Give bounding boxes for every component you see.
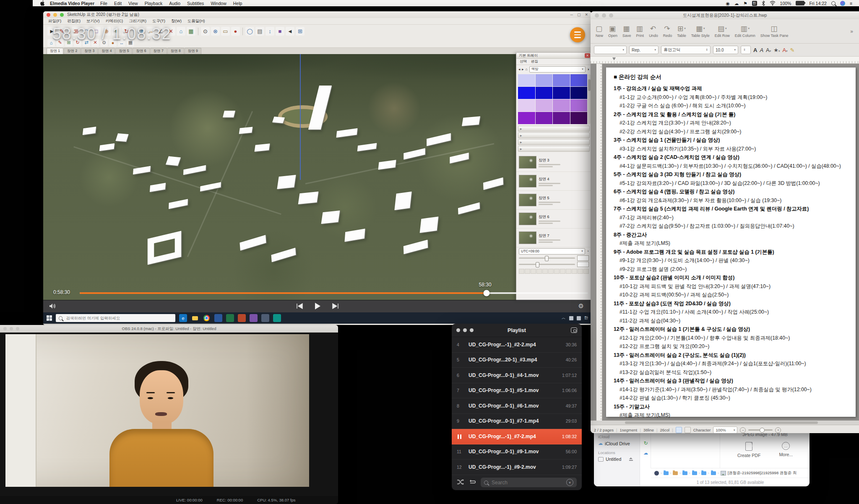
scene-list-item[interactable]: 장면 5: [516, 191, 591, 210]
repeat-icon[interactable]: [469, 479, 476, 486]
sketchup-tool-icon[interactable]: ▭: [221, 27, 230, 36]
scene-list-item[interactable]: 장면 3: [516, 153, 591, 172]
player-settings-icon[interactable]: ⚙: [578, 302, 584, 310]
seek-knob[interactable]: [483, 290, 489, 296]
tray-icon[interactable]: [569, 316, 573, 320]
playlist-row[interactable]: 11 UD_CG-Progr...0-1)_#9-1.mov 56:00: [452, 444, 582, 460]
app-icon-teal[interactable]: [273, 314, 281, 322]
hwp-toolbar-button[interactable]: ▢ New: [593, 21, 606, 42]
tray-section-bar[interactable]: ▸: [518, 139, 590, 145]
material-combo[interactable]: 색상▾: [529, 66, 586, 73]
sketchup-tool-icon[interactable]: ⊙: [201, 27, 210, 36]
color-swatch[interactable]: [570, 74, 588, 86]
tray-close-button[interactable]: ✕: [585, 53, 590, 58]
windows-search-input[interactable]: [65, 315, 172, 321]
app-menu-title[interactable]: Elmedia Video Player: [50, 1, 94, 6]
scene-tab[interactable]: 장면 6: [133, 48, 149, 54]
scene-tab[interactable]: 장면 5: [115, 48, 132, 54]
tray-tab[interactable]: 편집: [531, 59, 538, 64]
chevron-down-icon[interactable]: ▾: [566, 479, 573, 486]
create-pdf-button[interactable]: Create PDF: [737, 442, 760, 458]
overwrite-mode-icon[interactable]: [685, 427, 691, 433]
sketchup-menu-item[interactable]: 파일(F): [48, 18, 61, 24]
tray-tab[interactable]: 선택: [520, 59, 527, 64]
pip-icon[interactable]: [571, 327, 577, 333]
color-swatch[interactable]: [536, 99, 553, 112]
hwp-toolbar-button[interactable]: ⊞▾ Table: [674, 21, 689, 42]
scene-tab[interactable]: 장면 2: [64, 48, 81, 54]
app-icon-purple[interactable]: [250, 314, 258, 322]
zoom-in-button[interactable]: +: [775, 427, 781, 433]
folder-crumb-icon[interactable]: [692, 471, 697, 475]
eject-icon[interactable]: [629, 457, 633, 461]
hwp-toolbar-button[interactable]: ▥▾ Edit Column: [732, 21, 758, 42]
windows-window-buttons[interactable]: ─▢✕: [570, 13, 588, 17]
sketchup-tool-icon[interactable]: ◯: [245, 27, 254, 36]
bold-button[interactable]: A: [753, 47, 757, 53]
folder-crumb-icon[interactable]: [664, 471, 669, 475]
menu-item[interactable]: Help: [233, 1, 242, 6]
hwp-toolbar-button[interactable]: ▦ Save: [620, 21, 634, 42]
seek-bar[interactable]: 58:30: [80, 292, 588, 294]
sketchup-tool-icon[interactable]: ◄: [286, 27, 294, 36]
minimize-button[interactable]: [53, 13, 57, 17]
scene-list-item[interactable]: 장면 7: [516, 229, 591, 247]
sketchup-menu-item[interactable]: 보기(V): [86, 18, 100, 24]
sketchup-tool-icon[interactable]: ▤: [255, 27, 264, 36]
color-swatch[interactable]: [570, 87, 588, 99]
taskbar-ime[interactable]: 한: [584, 315, 588, 321]
scene-tab[interactable]: 장면 1: [47, 48, 63, 54]
selected-file-name[interactable]: [권형준-21925998]21925998 권형준 최: [728, 470, 797, 476]
playlist-row[interactable]: 12 UD_CG-Progr...-1)_#9-2.mov 1:09:27: [452, 460, 582, 475]
playlist-row[interactable]: 8 UD_CG-Progr...0-1)_#6-1.mov 49:37: [452, 398, 582, 414]
hwp-horizontal-scrollbar[interactable]: [591, 421, 859, 425]
scene-tab[interactable]: 장면 8: [167, 48, 184, 54]
highlight-button[interactable]: ✎: [790, 47, 795, 53]
apple-menu-icon[interactable]: [40, 1, 45, 6]
scene-list-item[interactable]: 장면 6: [516, 210, 591, 229]
zoom-button[interactable]: [60, 13, 64, 17]
font-color-button[interactable]: A▾: [782, 47, 787, 53]
sketchup-menu-item[interactable]: 도구(T): [152, 18, 165, 24]
playlist-row[interactable]: 10 UD_CG-Progr...-1)_#7-2.mp4 1:08:32: [452, 429, 582, 444]
hwp-toolbar-button[interactable]: ▦▾ Table Style: [689, 21, 712, 42]
menu-item[interactable]: Playback: [145, 1, 163, 6]
color-swatch[interactable]: [570, 112, 588, 124]
edge-icon[interactable]: e: [179, 314, 187, 322]
menu-item[interactable]: Edit: [114, 1, 122, 6]
playlist-row[interactable]: 7 UD_CG-Progr...0-1)_#5-1.mov 1:06:06: [452, 383, 582, 399]
menu-item[interactable]: Audio: [169, 1, 180, 6]
elmedia-menu-button[interactable]: [570, 27, 585, 42]
app-icon-blue[interactable]: [214, 314, 222, 322]
scene-tab[interactable]: 장면 7: [150, 48, 167, 54]
menu-clock[interactable]: Fri 14:22: [809, 1, 826, 6]
menu-item[interactable]: Subtitles: [187, 1, 204, 6]
play-button[interactable]: [314, 302, 321, 310]
spotlight-icon[interactable]: [831, 1, 836, 5]
tray-caret[interactable]: ︿: [562, 315, 566, 321]
app-icon-gray[interactable]: [261, 314, 269, 322]
sketchup-tool-icon[interactable]: ⌂: [177, 27, 185, 36]
date-slider[interactable]: [516, 261, 591, 268]
more-button[interactable]: … More...: [779, 442, 793, 458]
playlist-row[interactable]: 4 UD_CG-Progr...-1)_#2-2.mp4 30:36: [452, 337, 582, 353]
app-icon-red[interactable]: [238, 314, 246, 322]
forward-arrow-icon[interactable]: ▸: [522, 67, 523, 71]
sketchup-menu-item[interactable]: 그리기(R): [129, 18, 146, 24]
sketchup-menu-item[interactable]: 창(W): [171, 18, 182, 24]
folder-icon[interactable]: [191, 314, 199, 322]
effects-button[interactable]: ★▾: [773, 47, 780, 53]
siri-icon[interactable]: [840, 1, 845, 6]
zoom-combo[interactable]: 100%▾: [713, 426, 737, 433]
timezone-combo[interactable]: UTC+09:00▾: [519, 248, 585, 255]
folder-crumb-icon[interactable]: [711, 471, 716, 475]
hwp-toolbar-button[interactable]: ↷ Redo: [661, 21, 675, 42]
hwp-toolbar-button[interactable]: ◫ Show Task Pane: [758, 21, 791, 42]
disk-crumb-icon[interactable]: [654, 471, 659, 475]
zoom-out-button[interactable]: −: [740, 427, 746, 433]
next-track-button[interactable]: [332, 303, 339, 309]
sketchup-tool-icon[interactable]: ⊞: [296, 27, 305, 36]
flag-status-icon[interactable]: ⚑: [743, 1, 747, 6]
hwp-toolbar-button[interactable]: ↶ Undo: [646, 21, 661, 42]
playlist-row[interactable]: 9 UD_CG-Progr...0-1)_#7-1.mp4 29:03: [452, 414, 582, 429]
